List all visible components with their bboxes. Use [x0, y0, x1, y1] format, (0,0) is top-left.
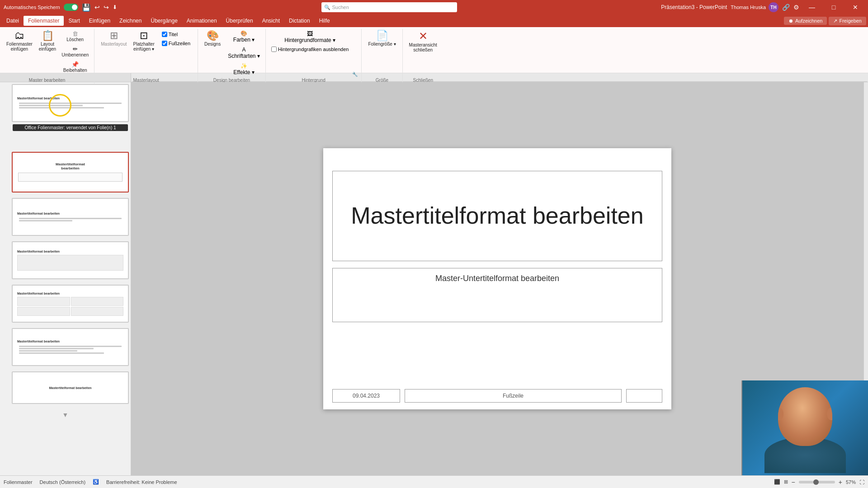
record-icon: ⏺ [788, 18, 793, 23]
slide-section-7: 7 Mastertitelformat bearbeiten [2, 371, 129, 404]
ribbon-group-groesse-items: 📄 Foliengröße ▾ [365, 29, 398, 77]
menu-item-ansicht[interactable]: Ansicht [258, 16, 284, 26]
master-bearbeiten-label: Master bearbeiten [29, 77, 66, 84]
fusszeilen-checkbox-input[interactable] [162, 41, 167, 46]
share-icon[interactable]: 🔗 [782, 4, 790, 11]
save-icon[interactable]: 💾 [82, 3, 91, 12]
slide-footer-date[interactable]: 09.04.2023 [332, 389, 400, 403]
record-button[interactable]: ⏺ Aufzeichnen [784, 17, 827, 25]
fit-icon[interactable]: ⛶ [859, 479, 864, 485]
menu-item-folienmaster[interactable]: Folienmaster [24, 16, 64, 26]
folienmaster-einfuegen-button[interactable]: 🗂 Folienmastereinfügen [4, 29, 35, 53]
effekte-icon: ✨ [241, 63, 247, 69]
platzhalter-einfuegen-icon: ⊡ [140, 31, 148, 41]
hintergrundgrafiken-checkbox[interactable]: Hintergrundgrafiken ausblenden [269, 46, 351, 53]
menu-item-zeichnen[interactable]: Zeichnen [115, 16, 146, 26]
menu-item-dictation[interactable]: Dictation [284, 16, 315, 26]
menu-item-ueberpruefen[interactable]: Überprüfen [222, 16, 258, 26]
hintergrundgrafiken-checkbox-input[interactable] [271, 47, 277, 52]
search-placeholder: Suchen [332, 5, 349, 10]
foliengroesse-button[interactable]: 📄 Foliengröße ▾ [365, 29, 398, 48]
designs-button[interactable]: 🎨 Designs [202, 29, 223, 48]
slide-thumb-6[interactable]: Mastertitelformat bearbeiten [12, 328, 129, 366]
user-avatar[interactable]: TH [769, 2, 778, 12]
foliengroesse-icon: 📄 [376, 31, 388, 41]
effekte-label: Effekte ▾ [233, 69, 254, 75]
slide-thumb-7[interactable]: Mastertitelformat bearbeiten [12, 371, 129, 404]
menu-item-animationen[interactable]: Animationen [182, 16, 222, 26]
titel-checkbox[interactable]: Titel [160, 31, 192, 38]
slide-sorter-icon[interactable]: ⊞ [784, 479, 788, 485]
hintergrundgrafiken-label: Hintergrundgrafiken ausblenden [278, 47, 349, 52]
thumb-title-1: Mastertitelformat bearbeiten [16, 96, 124, 101]
zoom-in-icon[interactable]: + [839, 479, 842, 486]
slide-footer-page[interactable] [626, 389, 662, 403]
hintergrundformate-label: Hintergrundformate ▾ [284, 37, 335, 43]
thumb-title-5: Mastertitelformat bearbeiten [16, 291, 124, 296]
thumb-title-4: Mastertitelformat bearbeiten [16, 249, 124, 254]
ribbon-group-masterlayout-items: ⊞ Masterlayout ⊡ Platzhaltereinfügen ▾ T… [98, 29, 194, 77]
effekte-button[interactable]: ✨ Effekte ▾ [226, 61, 262, 77]
platzhalter-einfuegen-button[interactable]: ⊡ Platzhaltereinfügen ▾ [130, 29, 157, 53]
masterlayout-icon: ⊞ [110, 31, 118, 41]
masteransicht-schliessen-button[interactable]: ✕ Masteransichtschließen [406, 29, 440, 54]
share-icon2: ↗ [833, 18, 837, 24]
autosave-toggle[interactable] [64, 4, 78, 11]
minimize-button[interactable]: — [803, 0, 821, 14]
menu-item-hilfe[interactable]: Hilfe [315, 16, 335, 26]
slide-thumb-3[interactable]: Mastertitelformat bearbeiten [12, 198, 129, 236]
beibehalten-button[interactable]: 📌 Beibehalten [60, 60, 90, 74]
hintergrundformate-button[interactable]: 🖼 Hintergrundformate ▾ [269, 29, 351, 45]
zoom-level: 57% [846, 479, 856, 485]
menu-item-start[interactable]: Start [64, 16, 84, 26]
titel-checkbox-input[interactable] [162, 32, 167, 37]
settings-icon[interactable]: ⚙ [793, 4, 799, 11]
record-label: Aufzeichnen [795, 18, 823, 23]
ribbon: 🗂 Folienmastereinfügen 📋 Layouteinfügen … [0, 27, 868, 73]
slide-thumb-inner-6: Mastertitelformat bearbeiten [14, 331, 126, 363]
folienmaster-einfuegen-label: Folienmastereinfügen [6, 42, 33, 52]
slide-title-area[interactable]: Mastertitelformat bearbeiten [332, 171, 662, 261]
farben-icon: 🎨 [241, 30, 247, 37]
masterlayout-label: Masterlayout [101, 42, 127, 47]
slide-section-5: 5 Mastertitelformat bearbeiten [2, 285, 129, 323]
umbenennen-button[interactable]: ✏ Umbenennen [60, 44, 90, 59]
slide-footer-text[interactable]: Fußzeile [405, 389, 622, 403]
slide-thumb-4[interactable]: Mastertitelformat bearbeiten [12, 241, 129, 279]
panel-scroll-down[interactable]: ▼ [2, 409, 129, 420]
zoom-slider[interactable] [799, 481, 835, 483]
ribbon-group-hintergrund-items: 🖼 Hintergrundformate ▾ Hintergrundgrafik… [269, 29, 358, 77]
redo-icon[interactable]: ↪ [104, 4, 109, 11]
menu-item-uebergaenge[interactable]: Übergänge [146, 16, 182, 26]
close-button[interactable]: ✕ [846, 0, 864, 14]
status-view: Folienmaster [4, 479, 33, 485]
loeschen-label: Löschen [66, 37, 84, 42]
schriftarten-button[interactable]: A Schriftarten ▾ [226, 45, 262, 61]
umbenennen-icon: ✏ [73, 46, 78, 52]
slide-thumb-2[interactable]: Mastertitelformatbearbeiten [12, 152, 129, 192]
hintergrund-settings-icon[interactable]: 🔧 [352, 72, 358, 77]
farben-button[interactable]: 🎨 Farben ▾ [226, 29, 262, 44]
slide-thumb-1[interactable]: Mastertitelformat bearbeiten Office Foli… [12, 84, 129, 122]
normal-view-icon[interactable]: ⬛ [774, 479, 780, 485]
quickaccess-icon[interactable]: ⬇ [113, 4, 117, 10]
maximize-button[interactable]: □ [825, 0, 843, 14]
ribbon-group-schliessen: ✕ Masteransichtschließen Schließen [403, 29, 443, 84]
slide-thumb-inner-5: Mastertitelformat bearbeiten [14, 287, 126, 320]
slide-subtitle-area[interactable]: Master-Untertitelformat bearbeiten [332, 268, 662, 322]
search-box[interactable]: 🔍 Suchen [321, 2, 457, 12]
undo-icon[interactable]: ↩ [94, 4, 100, 11]
statusbar: Folienmaster Deutsch (Österreich) ♿ Barr… [0, 475, 868, 488]
fusszeilen-checkbox[interactable]: Fußzeilen [160, 40, 192, 47]
user-name: Thomas Hruska [731, 5, 766, 10]
menu-item-einfuegen[interactable]: Einfügen [85, 16, 115, 26]
menu-item-datei[interactable]: Datei [2, 16, 24, 26]
zoom-out-icon[interactable]: − [792, 479, 795, 486]
share-button[interactable]: ↗ Freigeben [829, 17, 866, 25]
loeschen-button[interactable]: 🗑 Löschen [60, 29, 90, 43]
masterlayout-button[interactable]: ⊞ Masterlayout [98, 29, 129, 48]
layout-einfuegen-button[interactable]: 📋 Layouteinfügen [36, 29, 59, 53]
layout-einfuegen-icon: 📋 [42, 31, 54, 41]
slide-thumb-5[interactable]: Mastertitelformat bearbeiten [12, 285, 129, 323]
zoom-thumb[interactable] [813, 479, 819, 485]
